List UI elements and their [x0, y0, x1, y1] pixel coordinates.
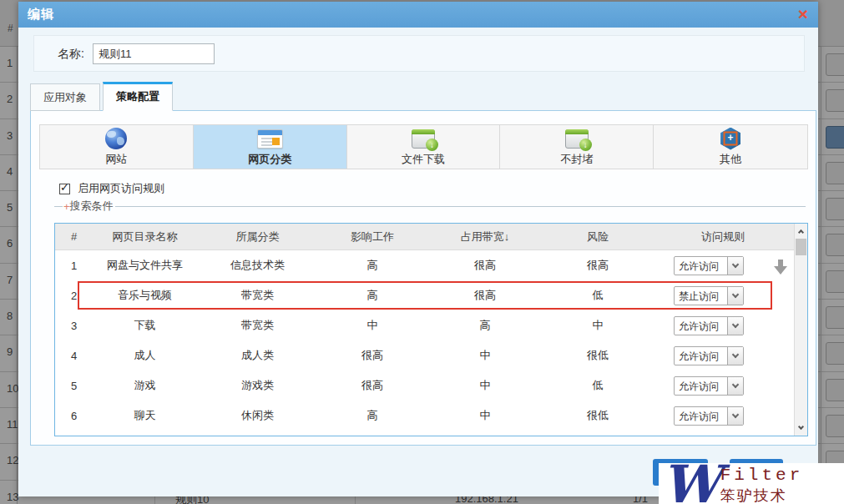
- chevron-down-icon[interactable]: [727, 347, 743, 365]
- col-header-category[interactable]: 所属分类: [197, 229, 318, 244]
- cell-access-rule: 禁止访问: [652, 286, 794, 305]
- dialog-header: 编辑 ×: [18, 2, 818, 28]
- cell-risk: 低: [543, 378, 652, 393]
- chevron-down-icon[interactable]: [727, 407, 743, 425]
- cell-row-number: 3: [55, 320, 93, 332]
- access-rule-value: 允许访问: [675, 377, 727, 395]
- cell-access-rule: 允许访问: [652, 256, 794, 275]
- cell-impact: 高: [318, 258, 427, 273]
- col-header-directory[interactable]: 网页目录名称: [93, 229, 197, 244]
- col-header-num: #: [55, 230, 93, 243]
- wfilter-watermark: W Filter 笨驴技术: [659, 463, 844, 504]
- access-rule-select[interactable]: 允许访问: [674, 406, 744, 426]
- cell-row-number: 5: [55, 380, 93, 392]
- scroll-down-icon[interactable]: [795, 421, 807, 435]
- cell-directory-name: 聊天: [93, 408, 197, 423]
- name-label: 名称:: [58, 47, 84, 62]
- expand-plus-icon[interactable]: +: [63, 200, 70, 213]
- icon-tab-网站[interactable]: 网站: [40, 125, 194, 169]
- move-down-icon[interactable]: [774, 260, 787, 275]
- table-row: 1 网盘与文件共享 信息技术类 高 很高 很高 允许访问: [55, 250, 794, 280]
- cell-row-number: 6: [55, 410, 93, 422]
- chevron-down-icon[interactable]: [727, 287, 743, 305]
- chevron-down-icon[interactable]: [727, 257, 743, 275]
- cell-category: 信息技术类: [197, 258, 318, 273]
- access-rule-value: 允许访问: [675, 257, 727, 275]
- col-header-impact[interactable]: 影响工作: [318, 229, 427, 244]
- cell-impact: 高: [318, 288, 427, 303]
- cell-category: 带宽类: [197, 318, 318, 333]
- cell-bandwidth: 中: [427, 378, 543, 393]
- scrollbar-thumb[interactable]: [796, 239, 806, 255]
- cell-row-number: 1: [55, 260, 93, 272]
- search-conditions-legend[interactable]: + 搜索条件: [54, 199, 806, 214]
- col-header-bandwidth[interactable]: 占用带宽↓: [427, 229, 543, 244]
- icon-tab-网页分类[interactable]: 网页分类: [194, 125, 347, 169]
- cell-bandwidth: 中: [427, 408, 543, 423]
- icon-tab-其他[interactable]: 其他: [654, 125, 807, 169]
- file-download-icon: [412, 129, 435, 149]
- cell-bandwidth: 高: [427, 318, 543, 333]
- no-block-download-icon: [565, 129, 589, 149]
- cell-impact: 很高: [318, 348, 427, 363]
- access-rule-value: 允许访问: [675, 347, 727, 365]
- checkbox-icon[interactable]: [59, 184, 70, 194]
- cell-directory-name: 音乐与视频: [93, 288, 197, 303]
- legend-label: 搜索条件: [70, 199, 115, 214]
- icon-tab-label: 其他: [720, 152, 741, 167]
- cell-risk: 中: [543, 318, 652, 333]
- table-row: 4 成人 成人类 很高 中 很低 允许访问: [55, 340, 794, 370]
- cell-row-number: 4: [55, 350, 93, 362]
- close-icon[interactable]: ×: [798, 4, 808, 24]
- col-header-risk[interactable]: 风险: [543, 229, 652, 244]
- access-rule-select[interactable]: 允许访问: [674, 316, 744, 335]
- cell-access-rule: 允许访问: [652, 406, 794, 426]
- watermark-company: 笨驴技术: [720, 486, 804, 504]
- cell-directory-name: 游戏: [93, 378, 197, 393]
- access-rule-select[interactable]: 禁止访问: [674, 286, 744, 305]
- globe-icon: [105, 128, 127, 149]
- cell-row-number: 2: [55, 290, 93, 302]
- other-hexagon-icon: [720, 128, 740, 150]
- scroll-up-icon[interactable]: [795, 224, 807, 238]
- table-row: 2 音乐与视频 带宽类 高 很高 低 禁止访问: [55, 280, 794, 310]
- table-row: 5 游戏 游戏类 很高 中 低 允许访问: [55, 370, 794, 401]
- chevron-down-icon[interactable]: [727, 377, 743, 395]
- access-rule-select[interactable]: 允许访问: [674, 256, 744, 275]
- cell-directory-name: 网盘与文件共享: [93, 258, 197, 273]
- access-rule-select[interactable]: 允许访问: [674, 376, 744, 396]
- wfilter-logo-icon: W: [662, 463, 720, 504]
- legend-line: [54, 206, 63, 207]
- icon-tab-不封堵[interactable]: 不封堵: [500, 125, 654, 169]
- watermark-brand: Filter: [720, 466, 804, 485]
- cell-impact: 高: [318, 408, 427, 423]
- cell-directory-name: 下载: [93, 318, 197, 333]
- tab-policy-config[interactable]: 策略配置: [103, 82, 173, 111]
- cell-impact: 很高: [318, 378, 427, 393]
- cell-impact: 中: [318, 318, 427, 333]
- dialog-title: 编辑: [28, 7, 54, 23]
- cell-category: 带宽类: [197, 288, 318, 303]
- icon-tab-strip: 网站 网页分类 文件下载 不封堵 其他: [39, 124, 808, 169]
- cell-risk: 很高: [543, 258, 652, 273]
- access-rule-select[interactable]: 允许访问: [674, 346, 744, 365]
- chevron-down-icon[interactable]: [727, 317, 743, 335]
- cell-bandwidth: 很高: [427, 258, 543, 273]
- access-rule-value: 允许访问: [675, 317, 727, 335]
- cell-risk: 很低: [543, 408, 652, 423]
- cell-access-rule: 允许访问: [652, 346, 794, 365]
- edit-dialog: 编辑 × 名称: 应用对象 策略配置 网站 网页分类 文件下载 不封堵 其他: [18, 2, 818, 496]
- icon-tab-label: 不封堵: [560, 152, 593, 167]
- icon-tab-文件下载[interactable]: 文件下载: [347, 125, 501, 169]
- tab-application-object[interactable]: 应用对象: [30, 83, 100, 111]
- table-row: 6 聊天 休闲类 高 中 很低 允许访问: [55, 401, 794, 431]
- cell-access-rule: 允许访问: [652, 316, 794, 335]
- policy-config-panel: 网站 网页分类 文件下载 不封堵 其他 启用网页访问规则 + 搜索条件: [30, 110, 816, 446]
- name-input[interactable]: [93, 43, 215, 64]
- table-scrollbar[interactable]: [794, 224, 807, 436]
- cell-directory-name: 成人: [93, 348, 197, 363]
- icon-tab-label: 网站: [105, 152, 127, 167]
- enable-rule-checkbox-row[interactable]: 启用网页访问规则: [59, 181, 164, 196]
- name-panel: 名称:: [33, 35, 805, 72]
- access-rule-value: 禁止访问: [675, 287, 727, 305]
